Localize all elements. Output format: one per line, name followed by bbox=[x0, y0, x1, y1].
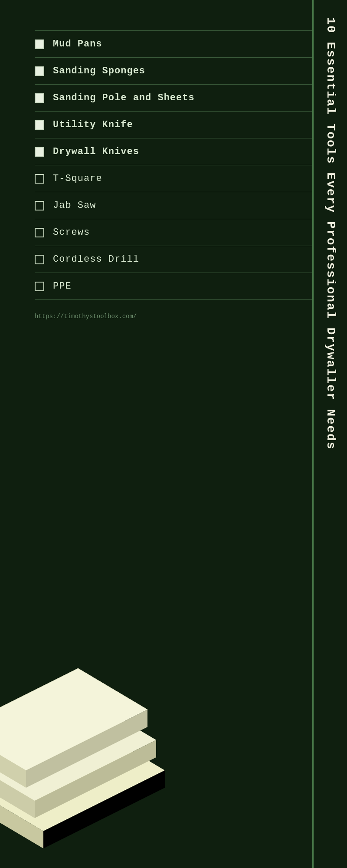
checkbox[interactable] bbox=[35, 255, 44, 264]
item-label: PPE bbox=[53, 281, 72, 292]
checkbox[interactable] bbox=[35, 93, 44, 103]
item-label: Sanding Sponges bbox=[53, 66, 145, 76]
list-item: Sanding Pole and Sheets bbox=[35, 85, 312, 112]
list-item: Mud Pans bbox=[35, 30, 312, 58]
sidebar-title: 10 Essential Tools Every Professional Dr… bbox=[312, 0, 347, 868]
item-label: Mud Pans bbox=[53, 39, 102, 49]
item-label: Screws bbox=[53, 227, 90, 238]
list-item: PPE bbox=[35, 273, 312, 300]
list-item: Sanding Sponges bbox=[35, 58, 312, 85]
list-item: Jab Saw bbox=[35, 192, 312, 219]
item-label: Jab Saw bbox=[53, 200, 96, 211]
list-item: Cordless Drill bbox=[35, 246, 312, 273]
drywall-svg bbox=[0, 573, 182, 868]
list-item: Screws bbox=[35, 219, 312, 246]
list-item: Utility Knife bbox=[35, 112, 312, 138]
checkbox[interactable] bbox=[35, 228, 44, 237]
checkbox[interactable] bbox=[35, 147, 44, 157]
item-label: Sanding Pole and Sheets bbox=[53, 92, 195, 103]
item-label: Drywall Knives bbox=[53, 146, 139, 157]
checkbox[interactable] bbox=[35, 66, 44, 76]
url-link[interactable]: https://timothystoolbox.com/ bbox=[35, 313, 312, 320]
sidebar-title-text: 10 Essential Tools Every Professional Dr… bbox=[324, 17, 337, 450]
checkbox[interactable] bbox=[35, 282, 44, 291]
item-label: T-Square bbox=[53, 173, 102, 184]
checklist: Mud PansSanding SpongesSanding Pole and … bbox=[35, 30, 312, 300]
list-item: Drywall Knives bbox=[35, 138, 312, 165]
content-area: Mud PansSanding SpongesSanding Pole and … bbox=[0, 0, 347, 868]
list-item: T-Square bbox=[35, 165, 312, 192]
checkbox[interactable] bbox=[35, 39, 44, 49]
item-label: Utility Knife bbox=[53, 119, 133, 130]
drywall-image bbox=[0, 564, 208, 868]
item-label: Cordless Drill bbox=[53, 254, 139, 265]
checkbox[interactable] bbox=[35, 201, 44, 210]
checkbox[interactable] bbox=[35, 174, 44, 184]
main-container: Mud PansSanding SpongesSanding Pole and … bbox=[0, 0, 347, 868]
checkbox[interactable] bbox=[35, 120, 44, 130]
